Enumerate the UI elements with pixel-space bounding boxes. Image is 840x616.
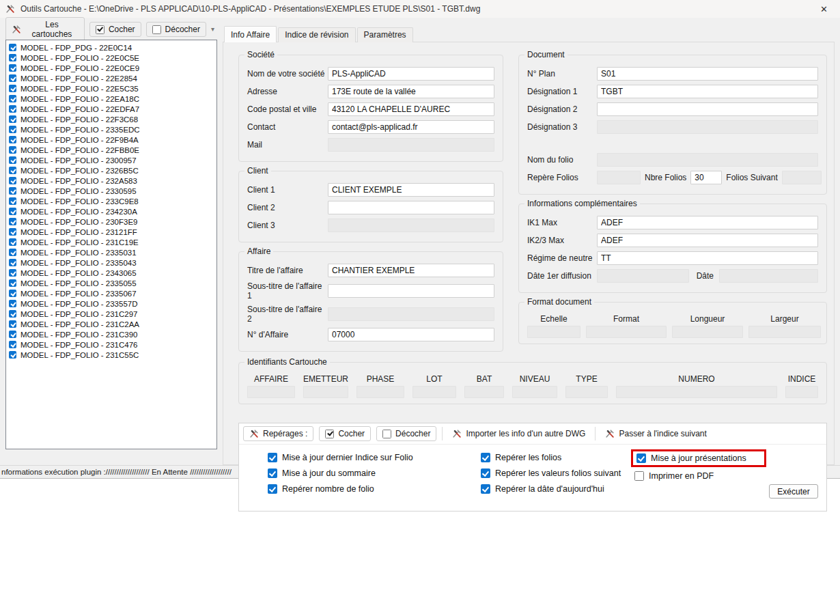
cartouche-list-item[interactable]: MODEL - FDP_FOLIO - 2335067 xyxy=(8,288,216,298)
checkbox-icon[interactable] xyxy=(481,468,490,478)
checkbox-icon[interactable] xyxy=(481,484,490,494)
item-checkbox[interactable] xyxy=(9,54,16,61)
cartouche-list-item[interactable]: MODEL - FDP_FOLIO - 2335043 xyxy=(8,257,216,268)
cartouche-list-item[interactable]: MODEL - FDP_FOLIO - 2335031 xyxy=(8,247,216,257)
field-input[interactable] xyxy=(328,67,494,81)
cartouche-list-item[interactable]: MODEL - FDP_FOLIO - 234230A xyxy=(8,206,216,216)
item-checkbox[interactable] xyxy=(9,95,16,102)
checkbox-icon[interactable] xyxy=(481,453,490,462)
field-input[interactable] xyxy=(328,201,494,214)
option-checkbox[interactable]: Mise à jour du sommaire xyxy=(268,468,376,478)
cocher-reperages-checkbox[interactable]: Cocher xyxy=(319,426,371,441)
les-cartouches-button[interactable]: Les cartouches xyxy=(5,17,85,42)
cartouche-list-item[interactable]: MODEL - FDP_FOLIO - 22F9B4A xyxy=(8,135,216,145)
option-checkbox-highlighted[interactable]: Mise à jour présentations xyxy=(631,449,766,467)
item-checkbox[interactable] xyxy=(9,197,16,205)
checkbox-icon[interactable] xyxy=(268,468,277,478)
field-input[interactable] xyxy=(597,102,818,116)
cartouche-list-item[interactable]: MODEL - FDP_FOLIO - 231C297 xyxy=(8,309,216,319)
cartouche-list-item[interactable]: MODEL - FDP_FOLIO - 22EA18C xyxy=(8,94,216,104)
cartouche-list-item[interactable]: MODEL - FDP_FOLIO - 22F3C68 xyxy=(8,114,216,124)
field-input[interactable] xyxy=(328,328,494,341)
passer-indice-button[interactable]: Passer à l'indice suivant xyxy=(601,427,710,440)
item-checkbox[interactable] xyxy=(9,310,16,318)
cartouche-list-item[interactable]: MODEL - FDP_FOLIO - 22EDFA7 xyxy=(8,104,216,114)
field-input[interactable] xyxy=(597,216,818,229)
close-icon[interactable]: ✕ xyxy=(815,4,833,14)
item-checkbox[interactable] xyxy=(9,208,16,215)
item-checkbox[interactable] xyxy=(9,351,16,359)
checkbox-icon[interactable] xyxy=(268,484,277,494)
cartouche-list-item[interactable]: MODEL - FDP_FOLIO - 22E2854 xyxy=(8,73,216,83)
cartouche-list-item[interactable]: MODEL - FDP_FOLIO - 2300957 xyxy=(8,155,216,165)
field-input[interactable] xyxy=(328,102,494,116)
cartouche-list-item[interactable]: MODEL - FDP_FOLIO - 2335EDC xyxy=(8,124,216,135)
decocher-toolbar-checkbox[interactable]: Décocher xyxy=(146,22,206,37)
checkbox-icon[interactable] xyxy=(325,430,334,438)
cocher-toolbar-checkbox[interactable]: Cocher xyxy=(89,22,141,37)
cartouche-list-item[interactable]: MODEL - FDP_FOLIO - 2326B5C xyxy=(8,165,216,176)
item-checkbox[interactable] xyxy=(9,136,16,143)
field-input[interactable] xyxy=(597,234,818,247)
item-checkbox[interactable] xyxy=(9,228,16,236)
item-checkbox[interactable] xyxy=(9,279,16,287)
item-checkbox[interactable] xyxy=(9,74,16,82)
cartouche-list-item[interactable]: MODEL - FDP_FOLIO - 2335055 xyxy=(8,278,216,288)
cartouche-list-item[interactable]: MODEL - FDP_FOLIO - 231C476 xyxy=(8,339,216,350)
item-checkbox[interactable] xyxy=(9,85,16,92)
item-checkbox[interactable] xyxy=(9,167,16,174)
cartouche-list-item[interactable]: MODEL - FDP_FOLIO - 2330595 xyxy=(8,186,216,196)
item-checkbox[interactable] xyxy=(9,331,16,338)
item-checkbox[interactable] xyxy=(9,341,16,348)
checkbox-icon[interactable] xyxy=(634,471,644,481)
item-checkbox[interactable] xyxy=(9,218,16,225)
cartouche-list-item[interactable]: MODEL - FDP_FOLIO - 232A583 xyxy=(8,176,216,186)
field-input[interactable] xyxy=(597,85,818,98)
cartouche-list-item[interactable]: MODEL - FDP_PDG - 22E0C14 xyxy=(8,42,216,53)
cartouche-list-item[interactable]: MODEL - FDP_FOLIO - 2343065 xyxy=(8,268,216,278)
field-input[interactable] xyxy=(597,251,818,265)
item-checkbox[interactable] xyxy=(9,44,16,51)
field-input[interactable] xyxy=(328,183,494,197)
cartouche-list[interactable]: MODEL - FDP_PDG - 22E0C14MODEL - FDP_FOL… xyxy=(5,40,217,449)
cartouche-list-item[interactable]: MODEL - FDP_FOLIO - 230F3E9 xyxy=(8,216,216,227)
field-input[interactable] xyxy=(597,67,818,81)
cartouche-list-item[interactable]: MODEL - FDP_FOLIO - 231C390 xyxy=(8,329,216,339)
cartouche-list-item[interactable]: MODEL - FDP_FOLIO - 233C9E8 xyxy=(8,196,216,206)
cartouche-list-item[interactable]: MODEL - FDP_FOLIO - 22E5C35 xyxy=(8,83,216,94)
field-input[interactable] xyxy=(328,85,494,98)
field-input[interactable] xyxy=(328,284,494,298)
item-checkbox[interactable] xyxy=(9,290,16,297)
option-checkbox[interactable]: Repérer les valeurs folios suivant xyxy=(481,468,621,478)
cartouche-list-item[interactable]: MODEL - FDP_FOLIO - 231C19E xyxy=(8,237,216,247)
nbre-folios-input[interactable] xyxy=(690,171,722,184)
cartouche-list-item[interactable]: MODEL - FDP_FOLIO - 22E0C5E xyxy=(8,53,216,63)
cartouche-list-item[interactable]: MODEL - FDP_FOLIO - 23121FF xyxy=(8,227,216,237)
importer-dwg-button[interactable]: Importer les info d'un autre DWG xyxy=(448,427,589,440)
item-checkbox[interactable] xyxy=(9,249,16,256)
tab-parametres[interactable]: Paramètres xyxy=(357,27,413,42)
item-checkbox[interactable] xyxy=(9,105,16,113)
option-checkbox[interactable]: Repérer les folios xyxy=(481,453,561,462)
item-checkbox[interactable] xyxy=(9,115,16,123)
cartouche-list-item[interactable]: MODEL - FDP_FOLIO - 22FBB0E xyxy=(8,145,216,155)
item-checkbox[interactable] xyxy=(9,156,16,164)
item-checkbox[interactable] xyxy=(9,177,16,184)
option-checkbox[interactable]: Repérer la dâte d'aujourd'hui xyxy=(481,484,604,494)
cartouche-list-item[interactable]: MODEL - FDP_FOLIO - 22E0CE9 xyxy=(8,63,216,73)
item-checkbox[interactable] xyxy=(9,259,16,266)
item-checkbox[interactable] xyxy=(9,146,16,154)
checkbox-icon[interactable] xyxy=(268,453,277,462)
item-checkbox[interactable] xyxy=(9,238,16,246)
option-checkbox[interactable]: Repérer nombre de folio xyxy=(268,484,374,494)
decocher-reperages-checkbox[interactable]: Décocher xyxy=(376,426,436,441)
executer-button[interactable]: Exécuter xyxy=(769,484,818,499)
tab-info-affaire[interactable]: Info Affaire xyxy=(224,26,277,42)
item-checkbox[interactable] xyxy=(9,126,16,133)
cartouche-list-item[interactable]: MODEL - FDP_FOLIO - 231C55C xyxy=(8,350,216,360)
item-checkbox[interactable] xyxy=(9,64,16,72)
item-checkbox[interactable] xyxy=(9,320,16,328)
checkbox-icon[interactable] xyxy=(152,25,161,34)
checkbox-icon[interactable] xyxy=(636,453,646,463)
option-checkbox[interactable]: Mise à jour dernier Indice sur Folio xyxy=(268,453,413,462)
